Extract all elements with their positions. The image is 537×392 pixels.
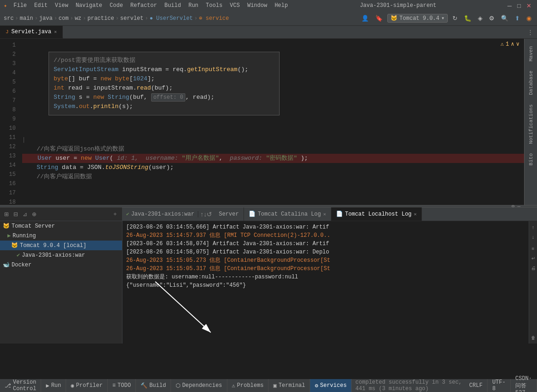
breadcrumb-practice[interactable]: practice [87,15,114,22]
log-tab-catalina[interactable]: 📄 Tomcat Catalina Log ✕ [244,207,331,221]
align-button[interactable]: ≡ [529,244,537,253]
tree-item-tomcat-server[interactable]: 🐱 Tomcat Server [0,221,122,231]
log-tab-server[interactable]: Server [214,207,244,221]
status-encoding[interactable]: UTF-8 [488,379,511,392]
status-run[interactable]: ▶ Run [41,379,66,392]
redeploy-button[interactable]: ↺ [207,211,212,218]
tree-item-tomcat-local[interactable]: 🐱 Tomcat 9.0.4 [local] [0,241,122,250]
expand-all-button[interactable]: ⊞ [3,210,10,218]
tab-close-icon[interactable]: ✕ [54,29,57,35]
log-tab-localhost-close[interactable]: ✕ [414,211,417,217]
crlf-label: CRLF [469,382,482,389]
clear-log-button[interactable]: 🗑 [529,333,537,342]
menu-edit[interactable]: Edit [31,1,50,10]
profile-button[interactable]: 👤 [360,14,371,23]
code-highlighted-line: User user = new User( id: 1, username: "… [22,154,533,163]
status-terminal[interactable]: ▣ Terminal [268,379,310,392]
collapse-button[interactable]: ⊟ [12,210,19,218]
tree-item-artifact[interactable]: ✔ Java-2301-axios:war [0,250,122,260]
code-body[interactable]: //post需要使用流来获取数据 ServletInputStream inpu… [18,39,537,205]
status-profiler[interactable]: ◉ Profiler [66,379,108,392]
status-todo[interactable]: ≡ TODO [108,379,136,392]
status-problems[interactable]: ⚠ Problems [227,379,269,392]
refresh-button[interactable]: ↻ [451,14,459,23]
check-icon: ✔ [126,211,129,217]
search-button[interactable]: 🔍 [499,14,510,23]
tree-item-label: Tomcat 9.0.4 [local] [20,242,86,249]
deploy-down-button[interactable]: ↓ [203,211,207,218]
bito-sidebar-item[interactable]: Bito [527,150,535,169]
print-button[interactable]: 🖨 [529,264,537,272]
filter-button[interactable]: ⊿ [21,210,29,218]
menu-view[interactable]: View [52,1,71,10]
close-button[interactable]: ✕ [525,1,533,10]
log-body[interactable]: [2023-08-26 03:14:55,666] Artifact Java-… [122,221,529,344]
breadcrumb-service[interactable]: ⊕ service [199,15,229,22]
tree-item-label: Running [12,233,36,239]
status-services-label: Services [320,382,347,389]
tree-item-label: Java-2301-axios:war [22,252,85,259]
notifications-sidebar-item[interactable]: Notifications [527,101,535,148]
menu-run[interactable]: Run [186,1,201,10]
code-below-popup: │ //向客户端返回json格式的数据 User user = new User… [22,117,533,181]
status-csdn[interactable]: CSDN·问答527 [511,379,537,392]
breadcrumb-userservlet[interactable]: ● UserServlet [150,15,193,22]
status-right: CRLF UTF-8 CSDN·问答527 [464,379,537,392]
breadcrumb-wz[interactable]: wz [75,15,81,22]
status-dependencies[interactable]: ⬡ Dependencies [171,379,227,392]
status-version-control[interactable]: ⎇ Version Control [0,379,41,392]
code-line: System.out.println(s); [54,102,275,111]
breadcrumb-com[interactable]: com [59,15,69,22]
menu-navigate[interactable]: Navigate [73,1,105,10]
maximize-button[interactable]: □ [515,1,523,10]
code-popup: //post需要使用流来获取数据 ServletInputStream inpu… [49,52,280,115]
status-left: ⎇ Version Control ▶ Run ◉ Profiler ≡ TOD… [0,379,352,392]
scroll-down-button[interactable]: ↓ [529,233,537,241]
log-line-4: [2023-08-26 03:14:58,075] Artifact Java-… [126,248,525,256]
menu-vcs[interactable]: VCS [227,1,243,10]
tab-servlet-java[interactable]: J Servlet.java ✕ [0,26,63,38]
pin-button[interactable]: ⊕ [31,210,38,218]
tomcat-icon: 🐱 [391,15,397,22]
menu-code[interactable]: Code [107,1,126,10]
deploy-up-button[interactable]: ↑ [200,211,203,218]
coverage-button[interactable]: ◈ [476,14,484,23]
status-build[interactable]: 🔨 Build [136,379,171,392]
wrap-button[interactable]: ↵ [529,254,537,262]
breadcrumb-servlet[interactable]: servlet [120,15,143,22]
maven-sidebar-item[interactable]: Maven [527,42,535,65]
menu-tools[interactable]: Tools [203,1,225,10]
editor-area[interactable]: ⚠ 1 ∧ ∨ 1234 5678 9101112 13141516 1718 [0,39,537,205]
menu-file[interactable]: File [11,1,30,10]
status-crlf[interactable]: CRLF [464,379,488,392]
rainbow-button[interactable]: ◉ [525,14,533,23]
menu-build[interactable]: Build [162,1,184,10]
log-tab-catalina-label: Tomcat Catalina Log [258,211,321,217]
tree-item-running[interactable]: ▶ Running [0,231,122,241]
database-sidebar-item[interactable]: Database [527,67,535,99]
scroll-up-button[interactable]: ↑ [529,223,537,231]
menu-window[interactable]: Window [244,1,270,10]
todo-icon: ≡ [112,382,116,389]
log-tab-localhost[interactable]: 📄 Tomcat Localhost Log ✕ [331,207,422,221]
debug-button[interactable]: 🐛 [462,14,473,23]
breadcrumb-java[interactable]: java [39,15,53,22]
tomcat-selector[interactable]: 🐱 Tomcat 9.0.4 ▾ [387,14,448,23]
log-line-7: 获取到的数据是: username:null------------passwo… [126,273,525,281]
minimize-button[interactable]: ─ [506,1,513,10]
menu-refactor[interactable]: Refactor [128,1,160,10]
toolbar: src › main › java › com › wz › practice … [0,11,537,26]
log-tab-catalina-close[interactable]: ✕ [323,211,326,217]
tab-more-button[interactable]: ⋮ [524,29,537,36]
tree-item-docker[interactable]: 🐋 Docker [0,260,122,270]
breadcrumb-main[interactable]: main [20,15,33,22]
tomcat-local-icon: 🐱 [11,242,18,249]
add-button[interactable]: ＋ [111,209,119,219]
menu-help[interactable]: Help [272,1,291,10]
app-icon: ✦ [4,2,7,9]
update-button[interactable]: ⬆ [513,14,522,23]
bookmark-button[interactable]: 🔖 [373,14,384,23]
settings-button[interactable]: ⚙ [487,14,496,23]
breadcrumb-src[interactable]: src [4,15,14,22]
status-services[interactable]: ⚙ Services [310,379,352,392]
